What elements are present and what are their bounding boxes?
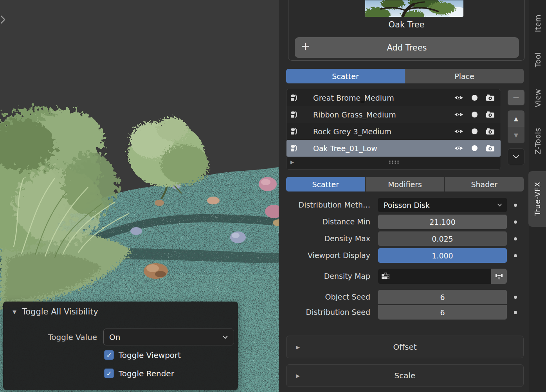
density-map-field[interactable] [378,269,507,284]
tab-modifiers[interactable]: Modifiers [366,177,445,191]
mode-tab-bar: Scatter Place [286,69,524,83]
list-item-selected[interactable]: Oak Tree_01_Low [287,140,501,157]
tab-z-tools[interactable]: Z-Tools [529,121,546,161]
density-max-label: Density Max [279,231,370,246]
animate-decorator-dot[interactable] [514,311,517,314]
list-footer: ▶ [287,157,501,167]
list-item[interactable]: Great Brome_Medium [287,89,501,106]
viewport-visibility-eye-icon[interactable] [454,111,464,118]
list-item[interactable]: Ribbon Grass_Medium [287,106,501,123]
scale-section-header[interactable]: ▶ Scale [286,364,524,387]
tab-tool[interactable]: Tool [529,44,546,75]
distance-min-slider[interactable]: 21.100 [378,215,507,229]
object-seed-field[interactable]: 6 [378,290,507,304]
toggle-value-label: Toggle Value [3,329,97,345]
collapse-triangle-icon[interactable]: ▼ [13,309,16,315]
toggle-viewport-checkbox[interactable]: ✓ Toggle Viewport [104,350,181,360]
move-down-button[interactable]: ▼ [508,127,524,144]
selectable-circle-icon[interactable] [469,111,479,118]
animate-decorator-dot[interactable] [514,296,517,299]
list-item-name: Oak Tree_01_Low [313,144,448,153]
animate-decorator-dot[interactable] [514,220,517,224]
checkbox-checked-icon: ✓ [104,350,114,360]
new-texture-button[interactable] [491,269,507,284]
render-visibility-camera-icon[interactable] [485,145,495,152]
object-data-icon [290,128,300,135]
chevron-down-icon [513,155,519,159]
render-visibility-camera-icon[interactable] [485,128,495,135]
offset-section-header[interactable]: ▶ Offset [286,336,524,358]
distribution-seed-field[interactable]: 6 [378,305,507,320]
viewport-visibility-eye-icon[interactable] [454,94,464,101]
toggle-value-current: On [109,332,222,342]
expand-triangle-icon: ▶ [296,373,300,379]
truevfx-panel: Oak Tree + Add Trees Scatter Place Great… [279,0,529,392]
filter-expand-triangle-icon[interactable]: ▶ [290,159,294,165]
overlay-panel-title: Toggle All Visibility [22,307,98,316]
chevron-down-icon [497,203,502,207]
sidebar-open-chevron-icon[interactable] [0,15,8,25]
asset-preview-box: Oak Tree + Add Trees [288,0,525,61]
density-map-label: Density Map [279,269,370,284]
toggle-value-select[interactable]: On [103,329,234,345]
selectable-circle-icon[interactable] [469,145,479,152]
list-item-name: Rock Grey 3_Medium [313,127,448,136]
animate-decorator-dot[interactable] [514,254,517,257]
list-item[interactable]: Rock Grey 3_Medium [287,123,501,140]
object-seed-label: Object Seed [279,290,370,304]
distance-min-label: Distance Min [279,215,370,229]
n-panel-tab-strip: Item Tool View Z-Tools True-VFX [529,0,546,392]
tab-shader[interactable]: Shader [445,177,524,191]
render-visibility-camera-icon[interactable] [485,94,495,101]
object-data-icon [290,111,300,119]
object-data-icon [290,94,300,102]
toggle-all-visibility-panel: ▼ Toggle All Visibility Toggle Value On … [3,302,238,390]
texture-checker-icon [381,272,491,280]
viewport-visibility-eye-icon[interactable] [454,128,464,135]
scatter-system-list: Great Brome_Medium Ribbon Grass_Medium [286,89,501,170]
plus-icon: + [301,40,310,52]
selectable-circle-icon[interactable] [469,128,479,135]
tab-view[interactable]: View [529,80,546,116]
checkbox-checked-icon: ✓ [104,369,114,378]
blender-screen: ▼ Toggle All Visibility Toggle Value On … [0,0,546,392]
sub-tab-bar: Scatter Modifiers Shader [286,177,524,191]
toggle-render-checkbox[interactable]: ✓ Toggle Render [104,369,174,378]
new-texture-icon [495,273,503,280]
expand-triangle-icon: ▶ [296,344,300,350]
tab-scatter-settings[interactable]: Scatter [286,177,365,191]
distribution-method-dropdown[interactable]: Poisson Disk [378,198,507,212]
asset-name: Oak Tree [288,20,524,29]
tab-place-mode[interactable]: Place [405,69,524,83]
tab-scatter-mode[interactable]: Scatter [286,69,405,83]
viewport-display-label: Viewport Display [279,248,370,263]
selectable-circle-icon[interactable] [469,94,479,101]
toggle-render-label: Toggle Render [119,369,174,378]
toggle-viewport-label: Toggle Viewport [119,350,181,360]
add-trees-button[interactable]: + Add Trees [295,37,519,58]
list-item-name: Great Brome_Medium [313,94,448,102]
distribution-method-label: Distribution Meth… [279,198,370,212]
tab-item[interactable]: Item [529,6,546,41]
list-item-name: Ribbon Grass_Medium [313,110,448,119]
list-reorder-buttons: ▲ ▼ [508,110,524,143]
render-visibility-camera-icon[interactable] [485,111,495,118]
viewport-display-slider[interactable]: 1.000 [378,248,507,263]
list-resize-grip[interactable] [388,160,399,164]
oak-tree-photo[interactable] [365,0,463,17]
distribution-seed-label: Distribution Seed [279,305,370,320]
list-extras-menu-button[interactable] [508,148,524,165]
move-up-button[interactable]: ▲ [508,110,524,127]
viewport-visibility-eye-icon[interactable] [454,145,464,152]
viewport-3d[interactable]: ▼ Toggle All Visibility Toggle Value On … [0,0,280,392]
animate-decorator-dot[interactable] [514,204,517,207]
object-data-icon [290,145,300,152]
chevron-down-icon [222,335,228,339]
animate-decorator-dot[interactable] [514,237,517,240]
density-max-slider[interactable]: 0.025 [378,231,507,246]
tab-true-vfx[interactable]: True-VFX [528,171,546,227]
remove-item-button[interactable]: − [508,90,524,105]
